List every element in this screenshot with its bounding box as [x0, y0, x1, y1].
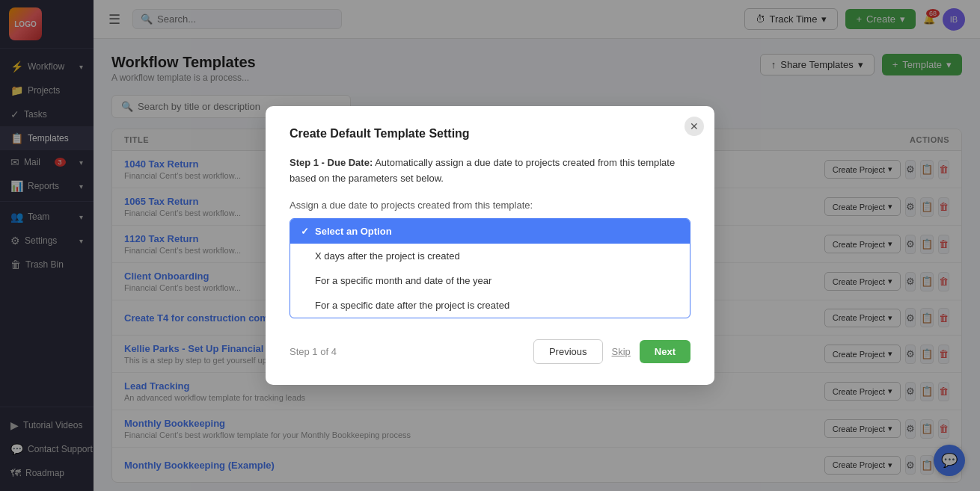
- check-icon: ✓: [301, 226, 309, 237]
- dropdown-option-3[interactable]: ✓ For a specific date after the project …: [290, 293, 690, 318]
- modal-assign-label: Assign a due date to projects created fr…: [290, 200, 690, 211]
- dropdown-option-label-0: Select an Option: [315, 226, 392, 237]
- dropdown-option-1[interactable]: ✓ X days after the project is created: [290, 244, 690, 268]
- dropdown-option-label-1: X days after the project is created: [315, 250, 460, 262]
- skip-button[interactable]: Skip: [612, 346, 631, 357]
- dropdown-list: ✓ Select an Option ✓ X days after the pr…: [290, 218, 690, 318]
- modal-footer: Step 1 of 4 Previous Skip Next: [290, 339, 690, 364]
- modal-dialog: ✕ Create Default Template Setting Step 1…: [266, 106, 714, 386]
- dropdown-option-label-2: For a specific month and date of the yea…: [315, 275, 491, 286]
- modal-title: Create Default Template Setting: [290, 127, 690, 140]
- dropdown-option-label-3: For a specific date after the project is…: [315, 300, 509, 311]
- modal-close-button[interactable]: ✕: [685, 117, 704, 136]
- modal-step-description: Step 1 - Due Date: Automatically assign …: [290, 155, 690, 187]
- step-indicator: Step 1 of 4: [290, 346, 337, 357]
- dropdown-container: ✓ Select an Option ✓ X days after the pr…: [290, 218, 690, 318]
- dropdown-option-2[interactable]: ✓ For a specific month and date of the y…: [290, 268, 690, 293]
- previous-button[interactable]: Previous: [533, 339, 603, 364]
- dropdown-option-0[interactable]: ✓ Select an Option: [290, 219, 690, 244]
- modal-overlay: ✕ Create Default Template Setting Step 1…: [0, 0, 980, 491]
- footer-actions: Previous Skip Next: [533, 339, 690, 364]
- next-button[interactable]: Next: [640, 340, 690, 363]
- modal-step-label: Step 1 - Due Date:: [290, 157, 373, 168]
